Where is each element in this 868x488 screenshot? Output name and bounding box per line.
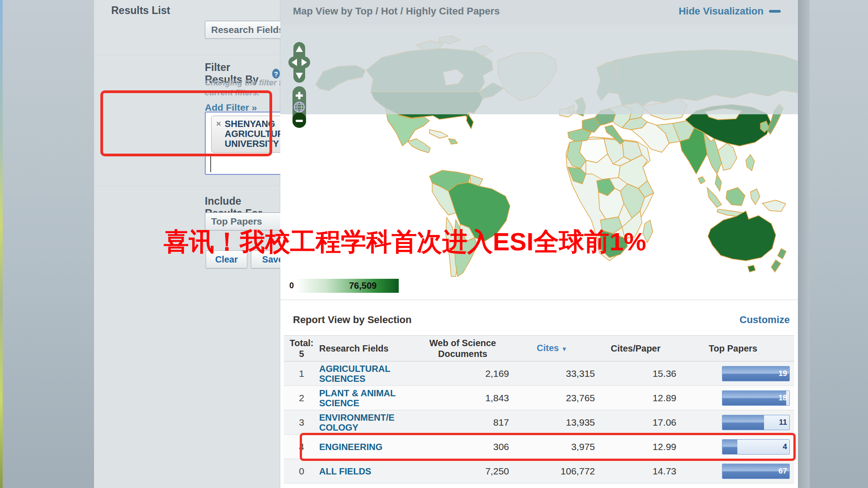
section-divider — [94, 186, 280, 187]
help-icon[interactable]: ? — [272, 69, 280, 79]
field-link[interactable]: PLANT & ANIMALSCIENCE — [319, 388, 396, 408]
text-cursor — [210, 156, 211, 172]
background-edge-stripe — [0, 0, 3, 488]
column-header-cites-per-paper[interactable]: Cites/Paper — [595, 343, 676, 354]
map-header-bar: Map View by Top / Hot / Highly Cited Pap… — [280, 0, 798, 25]
announcement-text: 喜讯！我校工程学科首次进入ESI全球前1% — [164, 225, 646, 259]
legend-min-value: 0 — [283, 281, 296, 291]
report-view-title: Report View by Selection — [293, 314, 411, 326]
sort-desc-icon: ▼ — [561, 346, 567, 352]
table-row: 3 ENVIRONMENT/ECOLOGY 817 13,935 17.06 1… — [284, 410, 794, 435]
map-view-title: Map View by Top / Hot / Highly Cited Pap… — [293, 5, 500, 17]
choropleth-legend: 0 76,509 — [283, 279, 399, 293]
top-papers-bar: 19 — [722, 366, 790, 381]
column-header-cites[interactable]: Cites ▼ — [509, 343, 595, 355]
field-link[interactable]: ALL FIELDS — [319, 466, 371, 476]
column-header-top-papers[interactable]: Top Papers — [676, 343, 794, 354]
results-list-title: Results List — [94, 5, 183, 17]
top-papers-bar: 67 — [722, 464, 790, 479]
table-row: 2 PLANT & ANIMALSCIENCE 1,843 23,765 12.… — [284, 386, 794, 410]
table-row: 1 AGRICULTURALSCIENCES 2,169 33,315 15.3… — [284, 361, 794, 386]
customize-link[interactable]: Customize — [740, 314, 790, 326]
highlight-box-filter — [100, 90, 272, 156]
panel-edge-shadow — [798, 0, 810, 488]
legend-max-value: 76,509 — [349, 281, 377, 291]
report-table: Total: 5 Research Fields Web of Science … — [284, 335, 794, 483]
top-papers-bar: 18 — [722, 390, 790, 406]
section-divider — [94, 55, 280, 56]
column-header-research-fields[interactable]: Research Fields — [319, 343, 416, 354]
highlight-box-engineering-row — [300, 433, 796, 461]
zoom-pill — [292, 86, 306, 128]
field-link[interactable]: AGRICULTURALSCIENCES — [319, 364, 390, 384]
legend-gradient-bar: 76,509 — [296, 279, 399, 293]
minus-icon — [769, 10, 781, 13]
table-header-row: Total: 5 Research Fields Web of Science … — [284, 335, 794, 361]
map-zoom-controls[interactable] — [288, 41, 311, 130]
hide-visualization-link[interactable]: Hide Visualization — [679, 5, 781, 17]
top-papers-bar: 11 — [722, 415, 790, 430]
table-row: 0 ALL FIELDS 7,250 106,772 14.73 67 — [284, 459, 794, 483]
field-link[interactable]: ENVIRONMENT/ECOLOGY — [319, 413, 395, 432]
total-count-header: Total: 5 — [284, 338, 319, 359]
map-top-overlay-band — [280, 25, 798, 114]
column-header-documents[interactable]: Web of Science Documents — [416, 338, 509, 359]
panel-divider — [280, 300, 798, 300]
pan-control-icon — [288, 42, 310, 83]
desktop-background: Results List Research Fields ▾ Filter Re… — [0, 0, 868, 488]
